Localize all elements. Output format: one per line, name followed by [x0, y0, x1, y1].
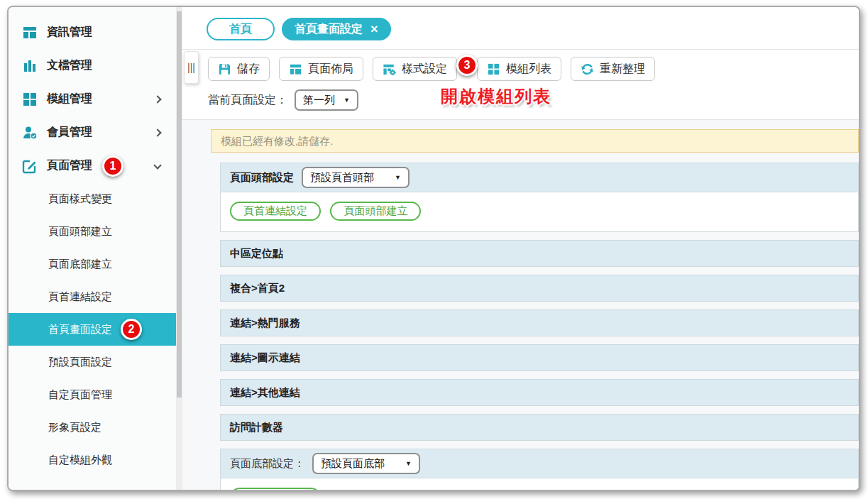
- page-footer-section: 頁面底部設定： 預設頁面底部 ▼ 頁面底部建立: [220, 449, 859, 490]
- page-footer-section-header: 頁面底部設定： 預設頁面底部 ▼: [221, 449, 858, 478]
- modules-icon: [22, 92, 38, 107]
- panel-resize-handle[interactable]: |||: [184, 51, 199, 84]
- sidebar-item-document-management[interactable]: 文檔管理: [9, 49, 176, 82]
- page-header-section-title: 頁面頭部設定: [230, 171, 294, 185]
- sidebar-subitem-label: 形象頁設定: [48, 421, 101, 434]
- sidebar-item-label: 文檔管理: [47, 58, 92, 73]
- sidebar-item-label: 資訊管理: [47, 25, 92, 40]
- refresh-button[interactable]: 重新整理: [571, 57, 655, 81]
- module-list-button[interactable]: 模組列表: [477, 57, 561, 81]
- sidebar-item-label: 會員管理: [47, 125, 92, 140]
- step-badge-2: 2: [121, 319, 142, 340]
- module-row-link-icon-links[interactable]: 連結>圖示連結: [220, 344, 859, 371]
- style-settings-button[interactable]: 樣式設定: [373, 57, 457, 81]
- save-label: 儲存: [237, 62, 260, 77]
- content-area: 模組已經有修改,請儲存. 頁面頭部設定 預設頁首頭部 ▼ 頁首連結設定 頁面頭部…: [182, 119, 859, 490]
- chevron-right-icon: [153, 95, 161, 103]
- sidebar-subitem-label: 頁首連結設定: [48, 290, 112, 304]
- sidebar-item-label: 頁面管理: [47, 158, 92, 173]
- sidebar-subitem-label: 自定模組外觀: [48, 454, 112, 467]
- module-row-visit-counter[interactable]: 訪問計數器: [220, 414, 859, 441]
- sidebar-subitem-header-link-settings[interactable]: 頁首連結設定: [9, 280, 176, 313]
- page-header-section-body: 頁首連結設定 頁面頭部建立: [221, 192, 858, 231]
- dropdown-caret-icon: ▼: [344, 97, 350, 104]
- header-link-settings-button[interactable]: 頁首連結設定: [230, 202, 321, 221]
- sidebar-scrollbar[interactable]: [176, 7, 182, 490]
- module-list-button-wrap: 3 模組列表: [477, 57, 571, 81]
- chevron-right-icon: [153, 128, 161, 136]
- sidebar-subitem-custom-page-management[interactable]: 自定頁面管理: [9, 378, 176, 411]
- member-icon: [22, 125, 38, 141]
- refresh-label: 重新整理: [600, 62, 645, 77]
- module-row-link-other-links[interactable]: 連結>其他連結: [220, 379, 859, 406]
- current-page-row: 當前頁面設定： 第一列 ▼ 開啟模組列表: [182, 81, 859, 119]
- tab-bar: 首頁 首頁畫面設定 ×: [182, 7, 859, 49]
- annotation-open-module-list: 開啟模組列表: [441, 85, 551, 108]
- page-header-select-value: 預設頁首頭部: [310, 171, 374, 185]
- tab-homepage-screen-settings[interactable]: 首頁畫面設定 ×: [282, 18, 391, 40]
- documents-icon: [22, 58, 38, 74]
- sidebar-subitem-homepage-screen-settings[interactable]: 首頁畫面設定 2: [9, 313, 176, 346]
- sidebar: 資訊管理 文檔管理 模組管理: [9, 7, 176, 490]
- app-window: 資訊管理 文檔管理 模組管理: [7, 6, 860, 491]
- module-row-composite-home2[interactable]: 複合>首頁2: [220, 275, 859, 302]
- current-page-select[interactable]: 第一列 ▼: [295, 89, 358, 111]
- refresh-icon: [581, 62, 594, 76]
- page-header-section: 頁面頭部設定 預設頁首頭部 ▼ 頁首連結設定 頁面頭部建立: [220, 163, 859, 232]
- sidebar-subitem-label: 頁面頭部建立: [48, 225, 112, 238]
- sidebar-subitem-custom-module-appearance[interactable]: 自定模組外觀: [9, 444, 176, 476]
- page-header-select[interactable]: 預設頁首頭部 ▼: [302, 167, 410, 188]
- sidebar-item-info-management[interactable]: 資訊管理: [9, 16, 176, 49]
- sidebar-subitem-label: 首頁畫面設定: [48, 323, 112, 336]
- module-row-center-anchor[interactable]: 中區定位點: [220, 240, 859, 267]
- save-icon: [218, 62, 231, 76]
- sidebar-subitem-label: 頁面底部建立: [48, 258, 112, 271]
- page-footer-select-value: 預設頁面底部: [321, 457, 385, 471]
- sidebar-item-label: 模組管理: [47, 92, 92, 106]
- sidebar-subitem-default-page-settings[interactable]: 預設頁面設定: [9, 346, 176, 378]
- page-header-create-button[interactable]: 頁面頭部建立: [330, 202, 421, 221]
- style-settings-label: 樣式設定: [402, 62, 447, 77]
- tab-label: 首頁畫面設定: [295, 22, 363, 37]
- scrollbar-thumb[interactable]: [177, 11, 182, 397]
- page-footer-section-body: 頁面底部建立: [221, 478, 858, 490]
- sidebar-subitem-page-header-create[interactable]: 頁面頭部建立: [9, 215, 176, 248]
- page-footer-select[interactable]: 預設頁面底部 ▼: [312, 453, 420, 474]
- sidebar-item-module-management[interactable]: 模組管理: [9, 82, 176, 116]
- sidebar-subitem-page-style-change[interactable]: 頁面樣式變更: [9, 182, 176, 215]
- page-layout-button[interactable]: 頁面佈局: [279, 57, 363, 81]
- page-footer-section-title: 頁面底部設定：: [230, 457, 304, 471]
- page-layout-icon: [289, 62, 302, 76]
- warning-banner: 模組已經有修改,請儲存.: [211, 129, 859, 153]
- info-grid-icon: [22, 25, 38, 40]
- page-layout-label: 頁面佈局: [308, 62, 353, 77]
- chevron-down-icon: [153, 161, 161, 169]
- toolbar: 儲存 頁面佈局: [182, 50, 859, 81]
- style-settings-icon: [383, 62, 396, 76]
- close-icon[interactable]: ×: [370, 23, 378, 35]
- step-badge-3: 3: [456, 55, 478, 76]
- dropdown-caret-icon: ▼: [405, 460, 412, 467]
- sidebar-item-member-management[interactable]: 會員管理: [9, 116, 176, 149]
- sidebar-subitem-page-footer-create[interactable]: 頁面底部建立: [9, 248, 176, 280]
- sidebar-item-page-management[interactable]: 頁面管理 1: [9, 149, 176, 182]
- main-panel: ||| 首頁 首頁畫面設定 × 儲存: [182, 7, 859, 490]
- sidebar-subitem-image-page-settings[interactable]: 形象頁設定: [9, 411, 176, 444]
- module-list-icon: [487, 62, 500, 76]
- dropdown-caret-icon: ▼: [395, 174, 401, 181]
- step-badge-1: 1: [102, 155, 123, 177]
- sidebar-subitem-label: 自定頁面管理: [48, 388, 112, 402]
- page-footer-create-button[interactable]: 頁面底部建立: [230, 488, 321, 490]
- sidebar-subitem-label: 預設頁面設定: [48, 356, 112, 369]
- current-page-value: 第一列: [303, 94, 335, 107]
- tab-label: 首頁: [229, 22, 252, 37]
- save-button[interactable]: 儲存: [208, 57, 270, 81]
- tab-home[interactable]: 首頁: [207, 18, 275, 40]
- module-row-link-hot-services[interactable]: 連結>熱門服務: [220, 309, 859, 336]
- page-edit-icon: [22, 158, 38, 174]
- page-header-section-header: 頁面頭部設定 預設頁首頭部 ▼: [221, 163, 858, 192]
- module-list-label: 模組列表: [506, 62, 551, 77]
- sidebar-subitem-label: 頁面樣式變更: [48, 192, 112, 206]
- current-page-label: 當前頁面設定：: [208, 93, 287, 108]
